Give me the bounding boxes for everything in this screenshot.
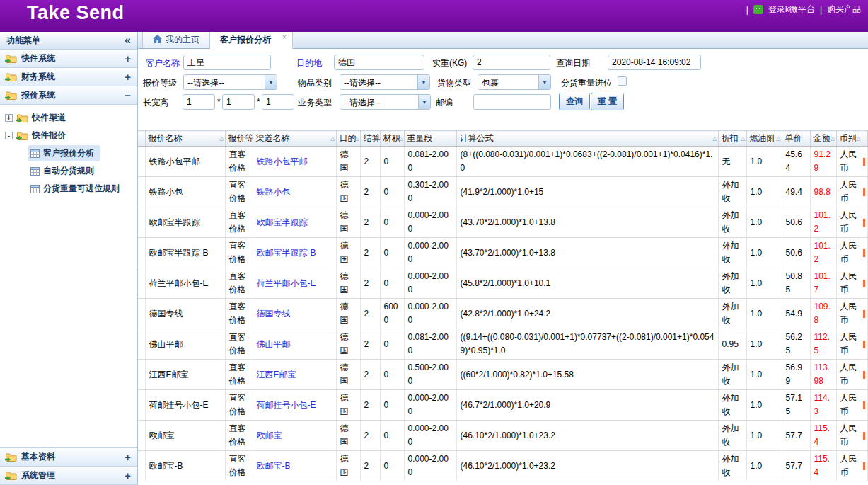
quote-row[interactable]: 德国专线直客价格德国专线德国260000.000-2.000(42.8*2/1.…: [138, 299, 867, 329]
customer-name-label: 客户名称: [146, 57, 180, 69]
chevron-down-icon[interactable]: ▼: [417, 75, 429, 89]
quote-row[interactable]: 欧邮宝半跟踪直客价格欧邮宝半跟踪德国200.000-2.000(43.70*2/…: [138, 207, 867, 238]
column-header-报价等[interactable]: 报价等: [225, 131, 253, 147]
tree-expander-icon[interactable]: +: [5, 114, 13, 122]
channel-link[interactable]: 佛山平邮: [257, 339, 291, 349]
weight-input[interactable]: [473, 55, 550, 70]
cell-discount: 外加收: [718, 177, 746, 207]
cell-settle: 2: [360, 177, 380, 207]
table-body: 铁路小包平邮直客价格铁路小包平邮德国200.081-2.000(8+((0.08…: [138, 147, 867, 481]
width-input[interactable]: [222, 94, 255, 110]
tree-branch-快件报价[interactable]: -快件报价: [0, 127, 137, 144]
quote-level-select[interactable]: --请选择-- ▼: [183, 74, 277, 90]
split-weight-carry-checkbox[interactable]: [618, 76, 627, 86]
tree-item-inner[interactable]: 自动分货规则: [28, 163, 100, 179]
channel-link[interactable]: 德国专线: [257, 309, 291, 319]
column-header-材积[interactable]: 材积△: [380, 131, 404, 147]
tree-item-inner[interactable]: 客户报价分析: [28, 145, 100, 161]
tree-branch-快件渠道[interactable]: +快件渠道: [0, 109, 137, 127]
item-category-select[interactable]: --请选择-- ▼: [340, 74, 430, 90]
quote-row[interactable]: 江西E邮宝直客价格江西E邮宝德国200.500-2.000((60*2/1.00…: [138, 360, 867, 390]
query-button[interactable]: 查询: [559, 93, 590, 110]
tree-item-inner[interactable]: 分货重量可进位规则: [28, 181, 125, 197]
collapse-sidebar-icon[interactable]: «: [125, 36, 131, 45]
quote-row[interactable]: 荷兰平邮小包-E直客价格荷兰平邮小包-E德国200.000-2.000(45.8…: [138, 268, 867, 299]
column-header-燃油附[interactable]: 燃油附△: [746, 131, 782, 147]
folder-arrow-icon: [5, 471, 17, 481]
folder-icon: [16, 113, 28, 123]
column-header-渠道名称[interactable]: 渠道名称△: [253, 131, 336, 147]
channel-link[interactable]: 欧邮宝-B: [257, 461, 291, 471]
dimensions-label: 长宽高: [143, 97, 168, 109]
cell-fuel: 1.0: [746, 390, 782, 421]
reset-button[interactable]: 重 置: [591, 93, 624, 110]
sidebar-section-报价系统[interactable]: 报价系统−: [0, 86, 137, 105]
clipped-next-column: [863, 219, 865, 227]
quote-row[interactable]: 铁路小包平邮直客价格铁路小包平邮德国200.081-2.000(8+((0.08…: [138, 147, 867, 177]
channel-link[interactable]: 铁路小包平邮: [257, 156, 308, 166]
channel-link[interactable]: 欧邮宝: [257, 430, 282, 440]
tree-item-自动分货规则[interactable]: 自动分货规则: [0, 162, 137, 180]
destination-input[interactable]: [334, 55, 424, 70]
column-header-结算[interactable]: 结算△: [360, 131, 380, 147]
query-date-input[interactable]: [608, 55, 701, 70]
column-header-单价[interactable]: 单价: [782, 131, 810, 147]
cell-grade: 直客价格: [225, 177, 253, 207]
sidebar-section-财务系统[interactable]: 财务系统+: [0, 68, 137, 86]
section-label: 报价系统: [21, 89, 55, 101]
tab-my-home[interactable]: 我的主页: [142, 32, 210, 48]
login-kwei-link[interactable]: 登录k微平台: [768, 4, 815, 16]
expand-toggle-icon[interactable]: +: [125, 73, 131, 81]
height-input[interactable]: [262, 94, 294, 110]
sort-icon: △: [330, 135, 335, 142]
column-header-重量段[interactable]: 重量段: [404, 131, 456, 147]
channel-link[interactable]: 欧邮宝半跟踪: [257, 217, 308, 227]
sidebar-tree: +快件渠道-快件报价客户报价分析自动分货规则分货重量可进位规则: [0, 105, 137, 447]
chevron-down-icon[interactable]: ▼: [265, 75, 277, 89]
channel-link[interactable]: 江西E邮宝: [257, 370, 296, 380]
expand-toggle-icon[interactable]: +: [125, 453, 131, 462]
expand-toggle-icon[interactable]: −: [125, 91, 131, 100]
column-header-报价名称[interactable]: 报价名称△: [145, 131, 225, 147]
quote-row[interactable]: 欧邮宝直客价格欧邮宝德国200.000-2.000(46.10*2/1.000)…: [138, 421, 867, 451]
expand-toggle-icon[interactable]: +: [125, 472, 131, 480]
column-header-计算公式[interactable]: 计算公式△: [456, 131, 718, 147]
channel-link[interactable]: 欧邮宝半跟踪-B: [257, 248, 316, 258]
channel-link[interactable]: 铁路小包: [257, 187, 291, 197]
close-icon[interactable]: ×: [282, 33, 287, 41]
sidebar-section-系统管理[interactable]: 系统管理+: [0, 467, 137, 485]
quote-row[interactable]: 欧邮宝-B直客价格欧邮宝-B德国200.000-2.000(46.10*2/1.…: [138, 451, 867, 481]
column-header-金额[interactable]: 金额△: [810, 131, 836, 147]
chevron-down-icon[interactable]: ▼: [538, 75, 550, 89]
business-type-select[interactable]: --请选择-- ▼: [340, 94, 431, 110]
channel-link[interactable]: 荷兰平邮小包-E: [257, 278, 316, 288]
cell-spacer: [138, 177, 145, 207]
clipped-next-column: [863, 188, 865, 196]
quote-row[interactable]: 铁路小包直客价格铁路小包德国200.301-2.000(41.9*2/1.000…: [138, 177, 867, 207]
customer-name-input[interactable]: [183, 55, 271, 70]
tree-item-分货重量可进位规则[interactable]: 分货重量可进位规则: [0, 180, 137, 198]
channel-link[interactable]: 荷邮挂号小包-E: [257, 400, 316, 410]
expand-toggle-icon[interactable]: +: [125, 55, 131, 63]
chevron-down-icon[interactable]: ▼: [418, 95, 430, 109]
buy-product-link[interactable]: 购买产品: [827, 4, 861, 16]
cell-discount: 无: [718, 147, 746, 177]
quote-row[interactable]: 佛山平邮直客价格佛山平邮德国200.081-2.000((9.14+((0.08…: [138, 329, 867, 360]
separator: |: [820, 5, 822, 15]
length-input[interactable]: [183, 94, 215, 110]
cell-amount: 98.8: [810, 177, 836, 207]
wechat-icon: [753, 5, 763, 14]
tree-item-客户报价分析[interactable]: 客户报价分析: [0, 144, 137, 162]
column-header-折扣[interactable]: 折扣△: [718, 131, 746, 147]
quote-row[interactable]: 欧邮宝半跟踪-B直客价格欧邮宝半跟踪-B德国200.000-2.000(43.7…: [138, 238, 867, 268]
postcode-input[interactable]: [473, 94, 551, 110]
column-header-币别[interactable]: 币别△: [836, 131, 862, 147]
column-header-目的[interactable]: 目的△: [336, 131, 360, 147]
sidebar-section-基本资料[interactable]: 基本资料+: [0, 448, 137, 467]
tab-customer-quote-analysis[interactable]: 客户报价分析 ×: [210, 32, 293, 49]
cargo-type-select[interactable]: 包裹 ▼: [478, 74, 551, 90]
sidebar-section-快件系统[interactable]: 快件系统+: [0, 50, 137, 68]
table-header-row: 报价名称△报价等渠道名称△目的△结算△材积△重量段计算公式△折扣△燃油附△单价金…: [138, 131, 867, 147]
tree-expander-icon[interactable]: -: [5, 132, 13, 139]
quote-row[interactable]: 荷邮挂号小包-E直客价格荷邮挂号小包-E德国200.000-2.000(46.7…: [138, 390, 867, 421]
